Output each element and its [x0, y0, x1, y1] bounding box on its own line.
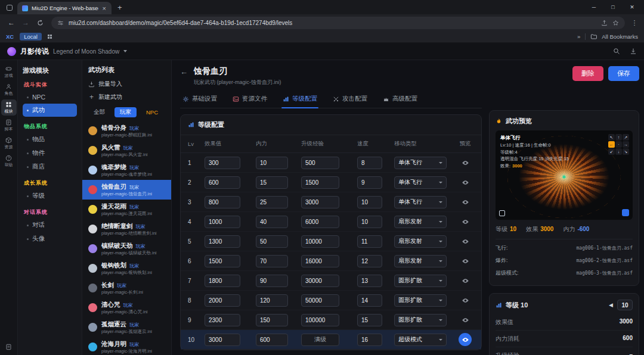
sidebar-item-goods[interactable]: 物品 — [23, 133, 77, 146]
move-type-select[interactable]: 超级模式 — [394, 334, 447, 346]
preview-eye-button[interactable] — [459, 156, 472, 169]
rail-bottom-item[interactable] — [1, 342, 17, 351]
exp-input[interactable] — [301, 275, 339, 287]
effect-input[interactable] — [205, 216, 240, 228]
speed-input[interactable] — [357, 176, 382, 189]
direction-cell[interactable]: ↗ — [623, 134, 629, 141]
move-type-select[interactable]: 圆形扩散 — [394, 275, 447, 287]
delete-button[interactable]: 删除 — [572, 66, 603, 81]
effect-input[interactable] — [205, 334, 240, 346]
mp-input[interactable] — [256, 235, 288, 248]
project-title[interactable]: 月影传说 — [20, 46, 49, 57]
preview-eye-button[interactable] — [459, 294, 472, 307]
rail-item-script[interactable]: 脚本 — [1, 117, 17, 133]
magic-list-item[interactable]: 漫天花雨 玩家 player-magic-漫天花雨.ini — [82, 200, 171, 219]
mp-input[interactable] — [256, 294, 288, 307]
refresh-icon[interactable] — [33, 16, 47, 29]
new-tab-button[interactable]: + — [117, 3, 122, 12]
rail-item-help[interactable]: 帮助 — [1, 153, 17, 169]
sidebar-item-magic[interactable]: 武功 — [23, 104, 77, 117]
speed-input[interactable] — [357, 334, 382, 346]
mp-input[interactable] — [256, 157, 288, 169]
viewport-frame-icon[interactable] — [499, 210, 505, 216]
prev-level-button[interactable]: ◀ — [609, 302, 613, 308]
magic-list-item[interactable]: 银钩铁划 玩家 player-magic-银钩铁划.ini — [82, 259, 171, 278]
move-type-select[interactable]: 单体飞行 — [394, 196, 447, 208]
move-type-select[interactable]: 圆形扩散 — [394, 314, 447, 326]
rail-item-game[interactable]: 游戏 — [1, 64, 17, 80]
preview-viewport[interactable]: 单体飞行 Lv:10 | 速度:16 | 生命帧:0 等级帧:4 透明混合 飞行… — [496, 130, 633, 220]
direction-cell[interactable]: ↘ — [623, 148, 629, 155]
move-type-select[interactable]: 扇形发射 — [394, 255, 447, 267]
magic-list-item[interactable]: 镇狱破天劲 玩家 player-magic-镇狱破天劲.ini — [82, 239, 171, 259]
browser-tab[interactable]: Miu2D Engine - Web-based 2D × — [17, 2, 112, 14]
magic-list-item[interactable]: 魂牵梦绕 玩家 player-magic-魂牵梦绕.ini — [82, 160, 171, 180]
direction-cell[interactable]: ↖ — [608, 134, 615, 141]
filter-npc[interactable]: NPC — [141, 108, 163, 117]
filter-player[interactable]: 玩家 — [114, 107, 137, 117]
direction-cell[interactable]: ↓ — [615, 148, 622, 155]
rail-item-modules[interactable]: 模块 — [1, 99, 17, 116]
preview-eye-button[interactable] — [459, 235, 472, 248]
magic-list-item[interactable]: 错骨分身 玩家 player-magic-醉眠狂舞.ini — [82, 121, 171, 141]
window-close-button[interactable]: ✕ — [623, 4, 642, 10]
mp-input[interactable] — [256, 314, 288, 326]
move-type-select[interactable]: 扇形发射 — [394, 216, 447, 228]
magic-list-item[interactable]: 孤烟逐云 玩家 player-magic-孤烟逐云.ini — [82, 317, 171, 337]
direction-cell[interactable]: → — [623, 141, 629, 148]
sidebar-item-level[interactable]: 等级 — [23, 189, 77, 203]
browser-forward-button[interactable]: → — [19, 16, 32, 29]
exp-input[interactable] — [301, 216, 339, 228]
mp-input[interactable] — [256, 216, 288, 228]
site-info-icon[interactable] — [57, 20, 64, 26]
apps-grid-icon[interactable] — [48, 35, 52, 39]
effect-input[interactable] — [205, 255, 240, 267]
save-button[interactable]: 保存 — [608, 66, 639, 81]
effect-input[interactable] — [205, 196, 240, 208]
search-icon[interactable] — [613, 48, 620, 55]
preview-eye-button[interactable] — [459, 176, 472, 189]
batch-import-button[interactable]: 批量导入 — [82, 77, 171, 91]
tab-level-config[interactable]: 等级配置 — [281, 91, 318, 108]
move-type-select[interactable]: 扇形发射 — [394, 235, 447, 248]
speed-input[interactable] — [357, 235, 382, 248]
mp-input[interactable] — [256, 334, 288, 346]
direction-cell[interactable]: · — [615, 141, 622, 148]
exp-input[interactable] — [301, 157, 339, 169]
tab-close-icon[interactable]: × — [102, 5, 107, 12]
rail-item-assets[interactable]: 资源 — [1, 135, 17, 151]
browser-menu-icon[interactable]: ⋮ — [630, 19, 639, 27]
magic-list-item[interactable]: 绝情断意剑 玩家 player-magic-绝情断意剑.ini — [82, 219, 171, 239]
exp-input[interactable] — [301, 314, 339, 326]
sidebar-item-avatar[interactable]: 头像 — [23, 232, 77, 245]
new-magic-button[interactable]: + 新建武功 — [82, 91, 171, 104]
preview-eye-button[interactable] — [459, 313, 472, 326]
direction-pad[interactable]: ↖↑↗←·→↙↓↘ — [608, 134, 629, 155]
preview-eye-button[interactable] — [459, 195, 472, 208]
speed-input[interactable] — [357, 196, 382, 208]
mp-input[interactable] — [256, 275, 288, 287]
effect-input[interactable] — [205, 176, 240, 189]
bookmark-item-local[interactable]: Local — [20, 33, 42, 41]
back-arrow-button[interactable]: ← — [180, 67, 188, 76]
tab-resource-files[interactable]: 资源文件 — [231, 91, 268, 108]
tab-basic-settings[interactable]: 基础设置 — [181, 91, 218, 108]
direction-cell[interactable]: ↑ — [615, 134, 622, 141]
window-maximize-button[interactable]: □ — [603, 4, 623, 10]
magic-list-item[interactable]: 蚀骨血刃 玩家 player-magic-蚀骨血刃.ini — [82, 180, 171, 200]
exp-input[interactable] — [301, 196, 339, 208]
effect-input[interactable] — [205, 294, 240, 307]
tab-attack-config[interactable]: 攻击配置 — [332, 91, 369, 108]
bookmarks-overflow-icon[interactable]: » — [577, 33, 580, 40]
speed-input[interactable] — [357, 216, 382, 228]
speed-input[interactable] — [357, 314, 382, 326]
effect-input[interactable] — [205, 275, 240, 287]
download-icon[interactable] — [630, 48, 637, 55]
address-bar[interactable]: miu2d.com/dashboard/demo/magic/0e5ef6d4-… — [51, 17, 625, 29]
mp-input[interactable] — [256, 196, 288, 208]
preview-eye-button[interactable] — [459, 215, 472, 228]
magic-list-item[interactable]: 清心咒 玩家 player-magic-清心咒.ini — [82, 298, 171, 317]
direction-cell[interactable]: ↙ — [608, 148, 615, 155]
move-type-select[interactable]: 圆形扩散 — [394, 294, 447, 307]
preview-eye-button[interactable] — [459, 333, 472, 346]
